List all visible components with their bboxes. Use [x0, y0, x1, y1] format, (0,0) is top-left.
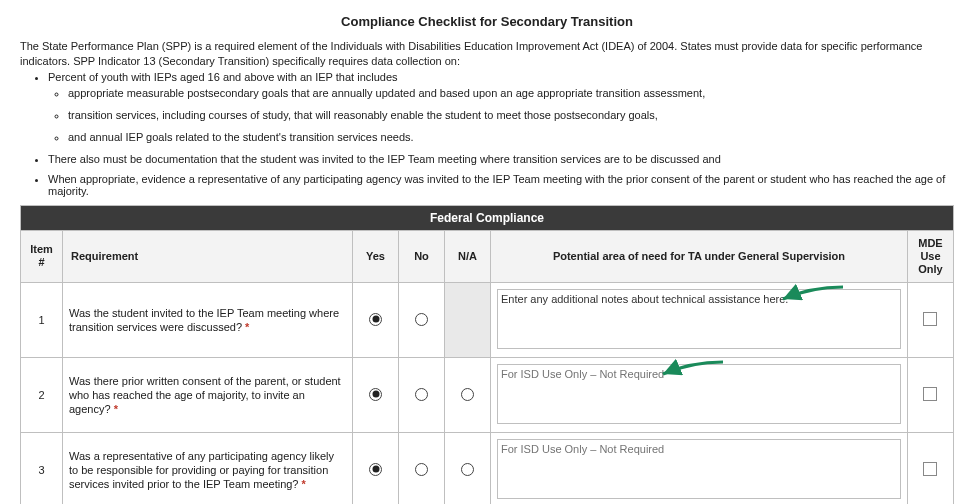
col-mde: MDE Use Only — [907, 230, 953, 283]
col-yes: Yes — [353, 230, 399, 283]
col-na: N/A — [445, 230, 491, 283]
yes-radio[interactable] — [369, 463, 382, 476]
bullet-iep-includes: Percent of youth with IEPs aged 16 and a… — [48, 71, 954, 143]
required-icon: * — [302, 478, 306, 490]
col-ta: Potential area of need for TA under Gene… — [491, 230, 908, 283]
mde-checkbox[interactable] — [923, 312, 937, 326]
table-row: 3 Was a representative of any participat… — [21, 433, 954, 504]
ta-notes-textarea[interactable] — [497, 364, 901, 424]
no-radio[interactable] — [415, 313, 428, 326]
column-header-row: Item # Requirement Yes No N/A Potential … — [21, 230, 954, 283]
col-item-number: Item # — [21, 230, 63, 283]
intro-bullets-lvl1: Percent of youth with IEPs aged 16 and a… — [48, 71, 954, 197]
bullet-documentation: There also must be documentation that th… — [48, 153, 954, 165]
ta-notes-textarea[interactable] — [497, 439, 901, 499]
item-number: 2 — [21, 358, 63, 433]
yes-radio[interactable] — [369, 313, 382, 326]
no-radio[interactable] — [415, 388, 428, 401]
required-icon: * — [245, 321, 249, 333]
table-row: 2 Was there prior written consent of the… — [21, 358, 954, 433]
item-number: 1 — [21, 283, 63, 358]
requirement-text: Was a representative of any participatin… — [63, 433, 353, 504]
requirement-text: Was the student invited to the IEP Team … — [63, 283, 353, 358]
bullet-measurable-goals: appropriate measurable postsecondary goa… — [68, 87, 954, 99]
bullet-annual-iep-goals: and annual IEP goals related to the stud… — [68, 131, 954, 143]
mde-checkbox[interactable] — [923, 387, 937, 401]
table-row: 1 Was the student invited to the IEP Tea… — [21, 283, 954, 358]
requirement-text: Was there prior written consent of the p… — [63, 358, 353, 433]
page-title: Compliance Checklist for Secondary Trans… — [20, 14, 954, 29]
na-cell-disabled — [445, 283, 491, 358]
compliance-table: Federal Compliance Item # Requirement Ye… — [20, 205, 954, 504]
bullet-agency-invite: When appropriate, evidence a representat… — [48, 173, 954, 197]
na-radio[interactable] — [461, 388, 474, 401]
na-radio[interactable] — [461, 463, 474, 476]
mde-checkbox[interactable] — [923, 462, 937, 476]
required-icon: * — [114, 403, 118, 415]
section-header-label: Federal Compliance — [21, 205, 954, 230]
ta-notes-textarea[interactable] — [497, 289, 901, 349]
col-requirement: Requirement — [63, 230, 353, 283]
bullet-transition-services: transition services, including courses o… — [68, 109, 954, 121]
intro-bullets-lvl2: appropriate measurable postsecondary goa… — [68, 87, 954, 143]
yes-radio[interactable] — [369, 388, 382, 401]
col-no: No — [399, 230, 445, 283]
item-number: 3 — [21, 433, 63, 504]
no-radio[interactable] — [415, 463, 428, 476]
intro-paragraph: The State Performance Plan (SPP) is a re… — [20, 39, 954, 69]
section-header-row: Federal Compliance — [21, 205, 954, 230]
